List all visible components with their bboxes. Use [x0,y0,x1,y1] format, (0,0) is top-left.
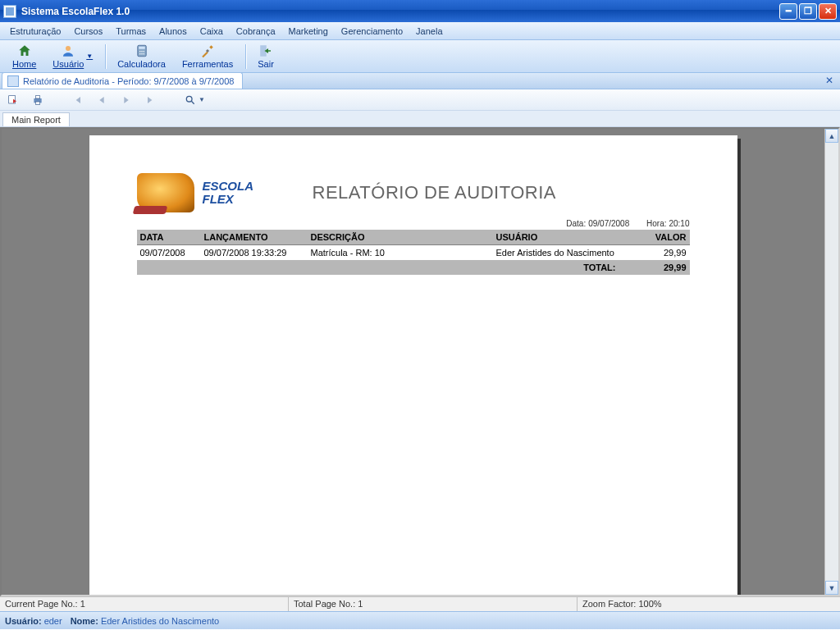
meta-date-label: Data: [566,219,586,228]
toolbar-calculadora[interactable]: Calculadora [110,41,173,71]
print-button[interactable] [30,92,46,108]
home-icon [17,43,32,58]
status-current-page: Current Page No.: 1 [0,597,289,611]
svg-point-4 [141,51,143,52]
toolbar-usuario-label: Usuário [52,59,84,69]
svg-rect-2 [139,47,145,49]
menu-alunos[interactable]: Alunos [153,24,194,39]
toolbar-home-label: Home [12,59,36,69]
next-page-button[interactable] [118,92,135,108]
report-icon [7,75,19,87]
last-page-button[interactable] [143,92,159,108]
toolbar-home[interactable]: Home [5,41,43,71]
toolbar-ferramentas[interactable]: Ferramentas [175,41,240,71]
toolbar-calculadora-label: Calculadora [117,59,166,69]
total-value: 29,99 [632,260,690,275]
scroll-track[interactable] [825,143,838,581]
svg-point-15 [186,96,192,102]
cell-lancamento: 09/07/2008 19:33:29 [201,245,308,261]
document-tab-auditoria[interactable]: Relatório de Auditoria - Período: 9/7/20… [2,72,243,89]
tools-icon [200,43,215,58]
toolbar-separator [105,44,107,69]
menu-turmas[interactable]: Turmas [109,24,153,39]
report-meta: Data:09/07/2008 Hora:20:10 [137,219,690,228]
close-button[interactable]: ✕ [819,3,837,20]
status-total-page: Total Page No.: 1 [289,597,578,611]
report-toolbar: ▼ [0,89,840,111]
menu-gerenciamento[interactable]: Gerenciamento [335,24,409,39]
svg-point-5 [143,51,144,52]
window-titlebar: Sistema EscolaFlex 1.0 ━ ❐ ✕ [0,0,840,22]
app-statusbar: Usuário: eder Nome: Eder Aristides do Na… [0,611,840,629]
toolbar-usuario[interactable]: Usuário ▼ [45,41,100,71]
tab-main-report[interactable]: Main Report [2,112,70,126]
scroll-up-button[interactable]: ▲ [825,129,838,143]
find-button[interactable]: ▼ [182,92,207,108]
menu-janela[interactable]: Janela [409,24,449,39]
col-descricao: DESCRIÇÃO [308,230,493,245]
document-tabstrip: Relatório de Auditoria - Período: 9/7/20… [0,73,840,89]
table-total-row: TOTAL: 29,99 [137,260,690,275]
chevron-down-icon: ▼ [86,52,93,60]
close-document-button[interactable]: ✕ [824,75,835,86]
vertical-scrollbar[interactable]: ▲ ▼ [824,129,838,595]
svg-point-0 [66,46,71,51]
toolbar-sair-label: Sair [258,59,274,69]
report-table: DATA LANÇAMENTO DESCRIÇÃO USUÁRIO VALOR … [137,230,690,275]
svg-point-6 [139,53,141,55]
cell-descricao: Matrícula - RM: 10 [308,245,493,261]
menu-estruturacao[interactable]: Estruturação [3,24,67,39]
exit-icon [258,43,273,58]
status-usuario-label: Usuário: [5,616,42,626]
meta-date-value: 09/07/2008 [588,219,629,228]
col-data: DATA [137,230,201,245]
viewer-statusbar: Current Page No.: 1 Total Page No.: 1 Zo… [0,596,840,611]
toolbar-ferramentas-label: Ferramentas [182,59,233,69]
status-nome-value: Eder Aristides do Nascimento [101,616,219,626]
svg-point-8 [143,53,144,55]
report-viewport[interactable]: ESCOLA FLEX RELATÓRIO DE AUDITORIA Data:… [2,129,824,595]
cell-usuario: Eder Aristides do Nascimento [493,245,632,261]
report-title: RELATÓRIO DE AUDITORIA [313,182,690,203]
logo-icon [137,173,194,212]
brand-logo: ESCOLA FLEX [137,173,309,212]
report-viewer: ESCOLA FLEX RELATÓRIO DE AUDITORIA Data:… [0,127,840,596]
toolbar-separator-2 [245,44,247,69]
prev-page-button[interactable] [94,92,110,108]
report-page: ESCOLA FLEX RELATÓRIO DE AUDITORIA Data:… [89,135,737,595]
report-tabbar: Main Report [0,111,840,127]
col-lancamento: LANÇAMENTO [201,230,308,245]
document-tab-label: Relatório de Auditoria - Período: 9/7/20… [23,76,234,86]
first-page-button[interactable] [69,92,85,108]
menu-caixa[interactable]: Caixa [194,24,230,39]
maximize-button[interactable]: ❐ [799,3,817,20]
window-title: Sistema EscolaFlex 1.0 [21,6,130,17]
main-toolbar: Home Usuário ▼ Calculadora Ferramentas S… [0,40,840,73]
table-row: 09/07/2008 09/07/2008 19:33:29 Matrícula… [137,245,690,261]
brand-line1: ESCOLA [203,180,254,193]
status-zoom: Zoom Factor: 100% [578,597,840,611]
scroll-down-button[interactable]: ▼ [825,581,838,595]
meta-time-label: Hora: [646,219,666,228]
cell-valor: 29,99 [632,245,690,261]
menubar: Estruturação Cursos Turmas Alunos Caixa … [0,22,840,40]
status-usuario-value: eder [44,616,62,626]
menu-marketing[interactable]: Marketing [282,24,335,39]
svg-point-7 [141,53,143,55]
col-valor: VALOR [632,230,690,245]
total-label: TOTAL: [137,260,632,275]
brand-line2: FLEX [203,193,254,206]
toolbar-sair[interactable]: Sair [250,41,281,71]
svg-point-3 [139,51,141,52]
menu-cursos[interactable]: Cursos [67,24,109,39]
status-nome-label: Nome: [71,616,98,626]
app-icon [3,5,16,18]
chevron-down-icon: ▼ [199,96,205,103]
calculator-icon [135,43,149,58]
menu-cobranca[interactable]: Cobrança [230,24,282,39]
user-icon [61,43,75,58]
export-button[interactable] [5,92,21,108]
minimize-button[interactable]: ━ [779,3,797,20]
meta-time-value: 20:10 [669,219,689,228]
cell-data: 09/07/2008 [137,245,201,261]
